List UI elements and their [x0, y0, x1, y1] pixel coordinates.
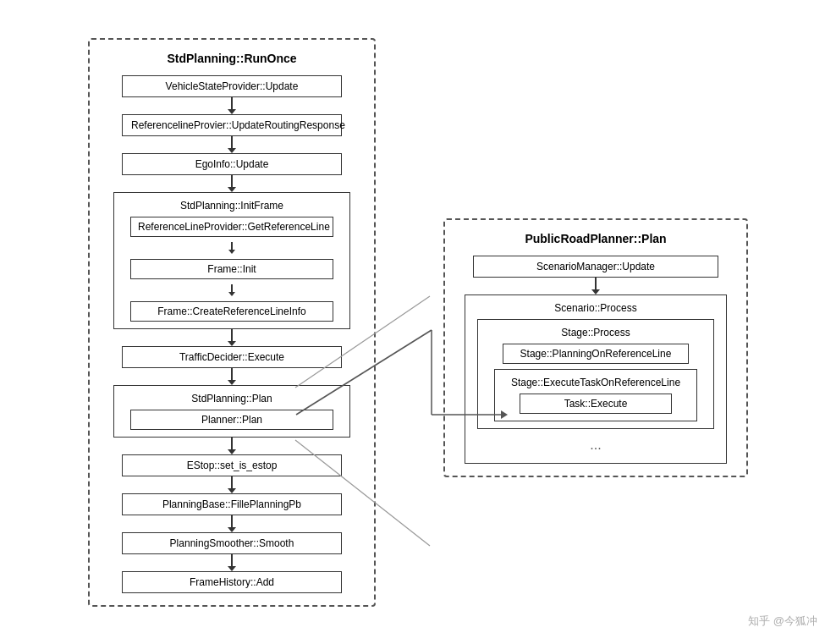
- node-estop: EStop::set_is_estop: [122, 454, 342, 476]
- init-frame-title: StdPlanning::InitFrame: [180, 200, 283, 212]
- init-frame-box: StdPlanning::InitFrame ReferenceLineProv…: [113, 192, 350, 329]
- node-frame-create: Frame::CreateReferenceLineInfo: [130, 301, 333, 322]
- execute-task-box: Stage::ExecuteTaskOnReferenceLine Task::…: [494, 369, 697, 421]
- stage-process-box: Stage::Process Stage::PlanningOnReferenc…: [477, 319, 714, 429]
- right-panel: PublicRoadPlanner::Plan ScenarioManager:…: [443, 218, 748, 477]
- node-planner-plan: Planner::Plan: [130, 410, 333, 430]
- node-ego-info: EgoInfo::Update: [122, 153, 342, 175]
- execute-task-title: Stage::ExecuteTaskOnReferenceLine: [511, 377, 680, 388]
- inner-arrow-2: [228, 284, 235, 296]
- arrow-8: [228, 515, 236, 532]
- arrow-3: [228, 175, 236, 192]
- node-planning-smoother: PlanningSmoother::Smooth: [122, 532, 342, 554]
- node-frame-init: Frame::Init: [130, 259, 333, 279]
- stage-process-title: Stage::Process: [561, 327, 630, 339]
- arrow-1: [228, 97, 236, 114]
- plan-frame-title: StdPlanning::Plan: [191, 393, 272, 405]
- right-arrow-1: [591, 278, 600, 294]
- node-scenario-manager: ScenarioManager::Update: [473, 256, 718, 278]
- diagram-container: StdPlanning::RunOnce VehicleStateProvide…: [0, 0, 836, 644]
- left-panel-title: StdPlanning::RunOnce: [167, 52, 296, 65]
- node-vehicle-state: VehicleStateProvider::Update: [122, 75, 342, 97]
- watermark: 知乎 @今狐冲: [748, 614, 817, 629]
- right-panel-title: PublicRoadPlanner::Plan: [525, 232, 666, 245]
- arrow-7: [228, 476, 236, 493]
- arrow-4: [228, 329, 236, 346]
- plan-frame-box: StdPlanning::Plan Planner::Plan: [113, 385, 350, 438]
- node-stage-planning: Stage::PlanningOnReferenceLine: [503, 344, 689, 364]
- node-task-execute: Task::Execute: [520, 394, 672, 414]
- dots: ...: [590, 438, 601, 453]
- node-traffic-decider: TrafficDecider::Execute: [122, 346, 342, 368]
- node-ref-line-routing: ReferencelineProvier::UpdateRoutingRespo…: [122, 114, 342, 136]
- arrow-5: [228, 368, 236, 385]
- arrow-2: [228, 136, 236, 153]
- scenario-process-box: Scenario::Process Stage::Process Stage::…: [465, 294, 727, 464]
- inner-arrow-1: [228, 242, 235, 254]
- node-planning-base: PlanningBase::FillePlanningPb: [122, 493, 342, 515]
- arrow-6: [228, 438, 236, 454]
- scenario-process-title: Scenario::Process: [554, 302, 636, 314]
- node-ref-line-get: ReferenceLineProvider::GetReferenceLine: [130, 217, 333, 237]
- left-panel: StdPlanning::RunOnce VehicleStateProvide…: [88, 38, 376, 607]
- arrow-9: [228, 554, 236, 571]
- node-frame-history: FrameHistory::Add: [122, 571, 342, 593]
